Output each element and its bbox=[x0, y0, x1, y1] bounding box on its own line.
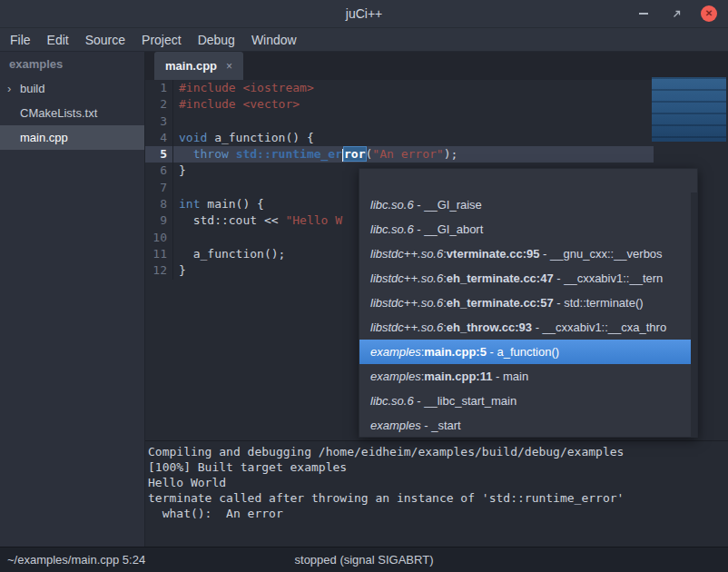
frame-location: eh_throw.cc:93 bbox=[447, 321, 532, 334]
stack-frame-row[interactable]: examples:main.cpp:11 - main bbox=[359, 364, 697, 389]
line-number[interactable]: 7 bbox=[145, 180, 173, 196]
line-number[interactable]: 5 bbox=[145, 146, 173, 163]
tooltip-fragment bbox=[652, 77, 726, 142]
status-bar: stopped (signal SIGABRT) ~/examples/main… bbox=[0, 547, 728, 572]
frame-module: libc.so.6 bbox=[370, 198, 414, 212]
stack-frame-row[interactable]: libc.so.6 - __libc_start_main bbox=[359, 389, 697, 413]
line-number[interactable]: 8 bbox=[145, 196, 173, 212]
frame-module: libstdc++.so.6 bbox=[370, 296, 443, 310]
line-number[interactable]: 9 bbox=[145, 212, 173, 229]
code-text: void a_function() { bbox=[173, 130, 314, 146]
menu-file[interactable]: File bbox=[2, 28, 39, 51]
frame-location: main.cpp:11 bbox=[424, 370, 492, 383]
minimize-button[interactable] bbox=[635, 5, 652, 22]
frame-module: libc.so.6 bbox=[370, 222, 414, 236]
line-number[interactable]: 6 bbox=[145, 163, 173, 179]
code-line-3[interactable]: 3 bbox=[145, 113, 728, 130]
restore-icon bbox=[672, 9, 682, 19]
code-text: #include <vector> bbox=[173, 96, 300, 113]
frame-location: eh_terminate.cc:57 bbox=[447, 296, 554, 310]
close-icon: ✕ bbox=[705, 9, 713, 18]
line-number[interactable]: 1 bbox=[145, 80, 173, 96]
code-line-5[interactable]: 5 throw std::runtime_error("An error"); bbox=[145, 146, 654, 163]
project-name: examples bbox=[0, 52, 144, 76]
frame-module: examples bbox=[370, 370, 421, 383]
terminal-line: Compiling and debugging /home/eidheim/ex… bbox=[148, 444, 726, 459]
frame-module: examples bbox=[370, 345, 421, 359]
tree-item-label: CMakeLists.txt bbox=[20, 106, 97, 120]
menu-debug[interactable]: Debug bbox=[190, 28, 243, 51]
stack-frame-list: libc.so.6 - __GI_raiselibc.so.6 - __GI_a… bbox=[359, 192, 697, 438]
code-text: } bbox=[173, 262, 186, 279]
stack-frame-row[interactable]: libstdc++.so.6:eh_terminate.cc:57 - std:… bbox=[359, 291, 697, 315]
tree-item-build[interactable]: ›build bbox=[0, 76, 144, 101]
stack-frame-row[interactable]: libc.so.6 - __GI_raise bbox=[359, 192, 697, 217]
tab-close-icon[interactable]: × bbox=[226, 60, 232, 73]
code-text: throw std::runtime_error("An error"); bbox=[173, 146, 457, 163]
terminal-line: Hello World bbox=[148, 475, 726, 490]
tab-label: main.cpp bbox=[165, 59, 217, 73]
line-number[interactable]: 10 bbox=[145, 230, 173, 246]
stack-frame-row[interactable]: examples - _start bbox=[359, 413, 697, 438]
line-number[interactable]: 3 bbox=[145, 113, 173, 130]
line-number[interactable]: 11 bbox=[145, 246, 173, 262]
stack-frame-row[interactable]: libstdc++.so.6:vterminate.cc:95 - __gnu_… bbox=[359, 242, 697, 266]
chevron-right-icon: › bbox=[7, 81, 11, 94]
title-bar[interactable]: juCi++ ✕ bbox=[0, 0, 728, 28]
code-line-1[interactable]: 1#include <iostream> bbox=[145, 80, 728, 96]
code-text: std::cout << "Hello W bbox=[173, 212, 342, 229]
popup-scrollbar[interactable] bbox=[691, 192, 697, 438]
code-text: } bbox=[173, 163, 186, 179]
close-button[interactable]: ✕ bbox=[701, 5, 717, 22]
juci-window: juCi++ ✕ FileEditSourceProjectDebugWindo… bbox=[0, 0, 728, 572]
stack-frame-row[interactable]: examples:main.cpp:5 - a_function() bbox=[359, 340, 697, 364]
code-text: int main() { bbox=[173, 196, 264, 212]
stack-frame-row[interactable]: libc.so.6 - __GI_abort bbox=[359, 217, 697, 242]
stack-frame-row[interactable]: libstdc++.so.6:eh_terminate.cc:47 - __cx… bbox=[359, 266, 697, 291]
line-number[interactable]: 12 bbox=[145, 262, 173, 279]
code-line-2[interactable]: 2#include <vector> bbox=[145, 96, 728, 113]
terminal-line: [100%] Built target examples bbox=[148, 459, 726, 475]
frame-module: libstdc++.so.6 bbox=[370, 271, 443, 285]
minimize-icon bbox=[639, 13, 648, 15]
restore-button[interactable] bbox=[668, 5, 684, 22]
window-controls: ✕ bbox=[635, 0, 717, 27]
file-position: ~/examples/main.cpp 5:24 bbox=[7, 553, 145, 567]
frame-module: libstdc++.so.6 bbox=[370, 321, 443, 334]
menu-window[interactable]: Window bbox=[243, 28, 305, 51]
window-title: juCi++ bbox=[346, 6, 382, 21]
frame-module: libc.so.6 bbox=[370, 394, 414, 408]
terminal-line: what(): An error bbox=[148, 506, 726, 521]
file-tree: ›buildCMakeLists.txtmain.cpp bbox=[0, 76, 144, 150]
frame-location: vterminate.cc:95 bbox=[447, 247, 540, 261]
tree-item-label: main.cpp bbox=[20, 131, 68, 144]
menu-source[interactable]: Source bbox=[77, 28, 133, 51]
code-text: a_function(); bbox=[173, 246, 285, 262]
menu-bar: FileEditSourceProjectDebugWindow bbox=[0, 28, 728, 52]
frame-module: examples bbox=[370, 419, 421, 432]
terminal-output[interactable]: Compiling and debugging /home/eidheim/ex… bbox=[145, 440, 728, 547]
frame-location: main.cpp:5 bbox=[424, 345, 487, 359]
frame-module: libstdc++.so.6 bbox=[370, 247, 443, 261]
tree-item-main.cpp[interactable]: main.cpp bbox=[0, 125, 144, 150]
stack-trace-popup: libc.so.6 - __GI_raiselibc.so.6 - __GI_a… bbox=[359, 168, 698, 438]
popup-spacer bbox=[359, 169, 697, 192]
line-number[interactable]: 4 bbox=[145, 130, 173, 146]
code-text: #include <iostream> bbox=[173, 80, 314, 96]
menu-project[interactable]: Project bbox=[133, 28, 190, 51]
tab-main-cpp[interactable]: main.cpp × bbox=[154, 52, 243, 80]
menu-edit[interactable]: Edit bbox=[39, 28, 77, 51]
tree-item-label: build bbox=[20, 82, 44, 95]
code-line-4[interactable]: 4void a_function() { bbox=[145, 130, 728, 146]
line-number[interactable]: 2 bbox=[145, 96, 173, 113]
tab-bar: main.cpp × bbox=[145, 52, 728, 80]
stack-frame-row[interactable]: libstdc++.so.6:eh_throw.cc:93 - __cxxabi… bbox=[359, 315, 697, 340]
frame-location: eh_terminate.cc:47 bbox=[447, 271, 554, 285]
file-browser-panel: examples ›buildCMakeLists.txtmain.cpp bbox=[0, 52, 145, 547]
terminal-line: terminate called after throwing an insta… bbox=[148, 490, 726, 506]
tree-item-cmakelists.txt[interactable]: CMakeLists.txt bbox=[0, 101, 144, 125]
